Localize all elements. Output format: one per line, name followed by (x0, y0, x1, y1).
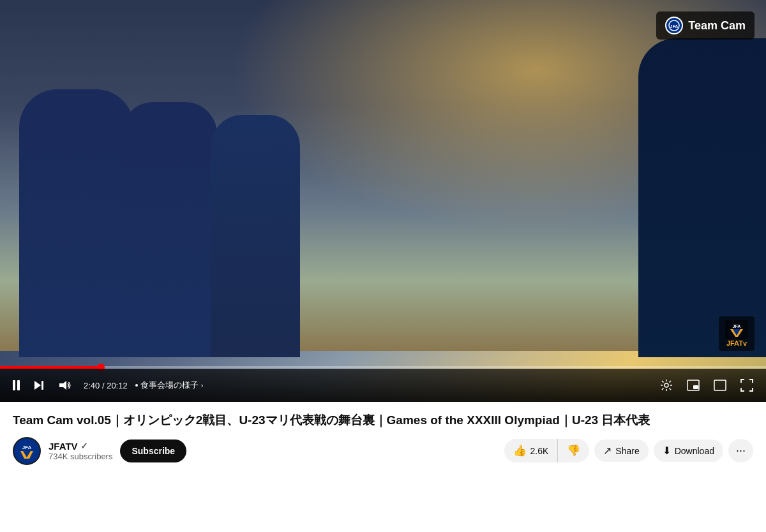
download-label: Download (675, 446, 714, 456)
channel-name-text[interactable]: JFATV (49, 441, 78, 452)
info-section: Team Cam vol.05｜オリンピック2戦目、U-23マリ代表戦の舞台裏｜… (0, 402, 766, 465)
svg-rect-9 (693, 385, 698, 389)
team-cam-label: Team Cam (688, 19, 746, 33)
like-dislike-group: 👍 2.6K 👎 (504, 439, 590, 462)
play-pause-button[interactable] (10, 378, 22, 393)
controls-right (657, 376, 756, 394)
share-button[interactable]: ↗ Share (594, 440, 648, 462)
subscriber-count: 734K subscribers (49, 452, 112, 461)
svg-text:JFA: JFA (22, 445, 32, 450)
jfa-badge: JFA JFATv (719, 316, 755, 351)
jfa-tv-label: JFATv (726, 339, 747, 347)
like-count: 2.6K (530, 446, 549, 456)
like-button[interactable]: 👍 2.6K (504, 439, 559, 462)
svg-rect-10 (714, 380, 726, 390)
svg-text:JFA: JFA (733, 324, 741, 329)
share-icon: ↗ (603, 445, 612, 457)
svg-marker-6 (59, 381, 66, 390)
action-buttons: 👍 2.6K 👎 ↗ Share ⬇ Download (504, 439, 753, 462)
share-label: Share (615, 446, 639, 456)
chapter-dot (135, 384, 138, 387)
more-icon: ··· (736, 444, 746, 457)
svg-rect-5 (41, 381, 43, 390)
video-controls: 2:40 / 20:12 食事会場の様子 › (0, 369, 766, 402)
player-figure-3 (211, 115, 300, 357)
player-figure-right (638, 38, 766, 357)
svg-marker-4 (34, 381, 41, 390)
channel-avatar[interactable]: JFA (13, 437, 41, 465)
team-cam-logo: JFA (665, 17, 683, 34)
more-button[interactable]: ··· (728, 439, 753, 462)
download-icon: ⬇ (663, 445, 671, 457)
video-player-container: JFA Team Cam JFA JFATv (0, 0, 766, 465)
chapter-info[interactable]: 食事会場の様子 › (135, 380, 204, 391)
miniplayer-button[interactable] (684, 377, 702, 394)
theater-button[interactable] (711, 377, 729, 394)
next-button[interactable] (30, 376, 48, 394)
team-cam-badge: JFA Team Cam (656, 11, 755, 40)
video-area[interactable]: JFA Team Cam JFA JFATv (0, 0, 766, 402)
svg-point-7 (665, 383, 668, 387)
like-icon: 👍 (513, 444, 527, 457)
chapter-chevron: › (201, 381, 204, 389)
fullscreen-button[interactable] (738, 376, 756, 394)
channel-left: JFA JFATV ✓ 734K subscribers Subscr (13, 437, 186, 465)
channel-info: JFATV ✓ 734K subscribers (49, 441, 112, 461)
subscribe-button[interactable]: Subscribe (120, 440, 186, 462)
download-button[interactable]: ⬇ Download (654, 440, 723, 462)
channel-name-row: JFATV ✓ (49, 441, 112, 452)
avatar-inner: JFA (14, 438, 40, 464)
settings-button[interactable] (657, 376, 675, 394)
dislike-icon: 👎 (567, 444, 580, 457)
video-content (19, 70, 638, 357)
volume-button[interactable] (56, 376, 73, 394)
svg-text:JFA: JFA (670, 24, 679, 29)
player-figure-1 (19, 89, 134, 357)
player-figure-2 (121, 102, 217, 357)
chapter-label: 食事会場の様子 (140, 380, 199, 391)
channel-row: JFA JFATV ✓ 734K subscribers Subscr (13, 437, 753, 465)
verified-icon: ✓ (80, 441, 88, 451)
dislike-button[interactable]: 👎 (558, 439, 589, 462)
video-title: Team Cam vol.05｜オリンピック2戦目、U-23マリ代表戦の舞台裏｜… (13, 412, 753, 429)
time-display: 2:40 / 20:12 (84, 381, 128, 390)
